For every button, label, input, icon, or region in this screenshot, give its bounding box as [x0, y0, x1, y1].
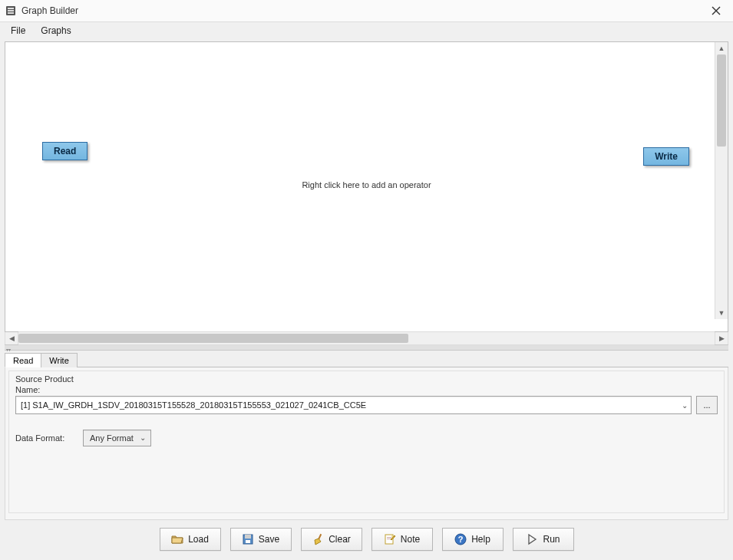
- svg-text:?: ?: [458, 535, 464, 544]
- canvas-hint: Right click here to add an operator: [302, 180, 431, 189]
- button-bar: Load Save Clear Note ? Help Run: [0, 520, 733, 560]
- svg-rect-7: [246, 540, 250, 543]
- node-write[interactable]: Write: [643, 147, 689, 166]
- scroll-thumb[interactable]: [717, 54, 726, 147]
- svg-rect-8: [245, 535, 251, 539]
- play-icon: [526, 533, 538, 545]
- clear-label: Clear: [329, 534, 351, 545]
- run-button[interactable]: Run: [513, 528, 574, 551]
- name-row: [1] S1A_IW_GRDH_1SDV_20180315T155528_201…: [15, 396, 718, 414]
- hscroll-thumb[interactable]: [18, 334, 408, 343]
- scroll-track[interactable]: [715, 54, 728, 306]
- svg-marker-15: [529, 535, 536, 544]
- tabs: Read Write: [5, 352, 728, 367]
- help-button[interactable]: ? Help: [442, 528, 504, 551]
- name-combo[interactable]: [1] S1A_IW_GRDH_1SDV_20180315T155528_201…: [15, 396, 692, 414]
- save-label: Save: [259, 534, 279, 545]
- scroll-down-icon[interactable]: ▼: [715, 307, 728, 319]
- browse-button[interactable]: ...: [696, 396, 718, 414]
- folder-open-icon: [171, 533, 183, 545]
- tab-write[interactable]: Write: [41, 353, 77, 367]
- menu-bar: File Graphs: [0, 22, 733, 38]
- svg-rect-2: [8, 10, 14, 12]
- load-button[interactable]: Load: [160, 528, 221, 551]
- graph-canvas-frame: Read Write Right click here to add an op…: [5, 41, 728, 331]
- scroll-up-icon[interactable]: ▲: [715, 42, 728, 54]
- note-icon: [384, 533, 396, 545]
- format-combo[interactable]: Any Format ⌄: [83, 430, 151, 446]
- graph-canvas[interactable]: Read Write Right click here to add an op…: [5, 42, 728, 331]
- close-button[interactable]: [701, 0, 731, 21]
- chevron-down-icon: ⌄: [682, 400, 688, 409]
- format-row: Data Format: Any Format ⌄: [15, 430, 718, 446]
- window-title: Graph Builder: [21, 5, 701, 16]
- menu-graphs[interactable]: Graphs: [33, 24, 78, 38]
- svg-rect-1: [8, 8, 14, 9]
- help-icon: ?: [454, 533, 467, 545]
- properties-panel: Source Product Name: [1] S1A_IW_GRDH_1SD…: [5, 367, 728, 520]
- scroll-left-icon[interactable]: ◀: [5, 331, 18, 345]
- help-label: Help: [471, 534, 490, 545]
- svg-rect-11: [387, 537, 391, 538]
- hscroll-track[interactable]: [18, 331, 715, 345]
- save-button[interactable]: Save: [230, 528, 292, 551]
- note-label: Note: [401, 534, 420, 545]
- node-read[interactable]: Read: [42, 142, 87, 160]
- close-icon: [712, 6, 721, 15]
- split-bar[interactable]: [5, 344, 728, 351]
- scroll-right-icon[interactable]: ▶: [715, 331, 728, 345]
- broom-icon: [312, 533, 324, 545]
- format-value: Any Format: [90, 433, 134, 443]
- vertical-scrollbar[interactable]: ▲ ▼: [715, 42, 728, 318]
- properties-panel-inner: Source Product Name: [1] S1A_IW_GRDH_1SD…: [8, 371, 725, 513]
- app-icon: [5, 5, 17, 17]
- note-button[interactable]: Note: [371, 528, 433, 551]
- section-label: Source Product: [15, 374, 718, 384]
- save-icon: [242, 533, 254, 545]
- horizontal-scrollbar[interactable]: ◀ ▶: [5, 332, 728, 344]
- clear-button[interactable]: Clear: [301, 528, 362, 551]
- load-label: Load: [188, 534, 209, 545]
- run-label: Run: [543, 534, 560, 545]
- name-value: [1] S1A_IW_GRDH_1SDV_20180315T155528_201…: [21, 400, 366, 410]
- title-bar: Graph Builder: [0, 0, 733, 22]
- tab-read[interactable]: Read: [5, 353, 41, 367]
- menu-file[interactable]: File: [3, 24, 33, 38]
- format-label: Data Format:: [15, 433, 69, 443]
- chevron-down-icon: ⌄: [140, 433, 146, 442]
- svg-rect-3: [8, 12, 14, 14]
- name-label: Name:: [15, 385, 718, 394]
- app-window: Graph Builder File Graphs Read Write Rig…: [0, 0, 733, 560]
